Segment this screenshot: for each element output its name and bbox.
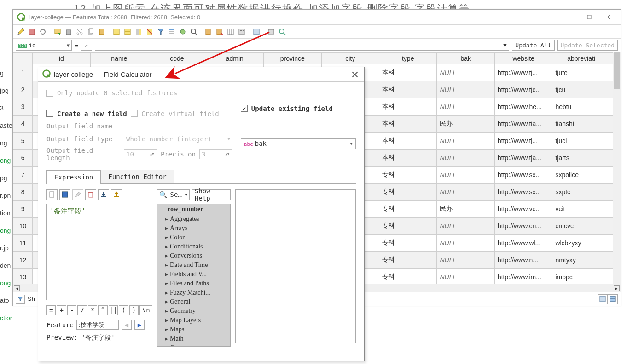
func-group[interactable]: ▶Conditionals [157, 242, 230, 251]
save-edits-icon[interactable] [27, 27, 37, 37]
update-all-button[interactable]: Update All [512, 40, 554, 51]
output-length-input: 10▲▼ [124, 149, 157, 159]
conditional-format-icon[interactable] [251, 27, 261, 37]
close-icon[interactable] [349, 69, 360, 80]
pan-to-sel-icon[interactable] [178, 27, 188, 37]
vertical-scrollbar[interactable] [613, 52, 621, 292]
chevron-down-icon: ▼ [350, 141, 353, 146]
func-group[interactable]: ▶Conversions [157, 251, 230, 260]
reload-icon[interactable] [38, 27, 48, 37]
func-group[interactable]: ▶Color [157, 233, 230, 242]
feature-select[interactable]: :技术学院 [76, 320, 119, 330]
func-row-number[interactable]: row_number [157, 204, 230, 214]
func-group[interactable]: ▶Date and Time [157, 260, 230, 270]
expression-dialog-button[interactable]: ε [81, 40, 92, 51]
function-search-input[interactable]: 🔍Se…▼ [157, 189, 190, 200]
add-feature-icon[interactable] [52, 27, 63, 37]
func-group[interactable]: ▶Maps [157, 325, 230, 334]
prev-feature-icon[interactable]: ◀ [122, 320, 132, 330]
edit-expr-icon [72, 189, 83, 200]
func-group[interactable]: ▶Geometry [157, 306, 230, 316]
delete-feature-icon[interactable] [64, 27, 74, 37]
col-code[interactable]: code [148, 53, 206, 64]
next-feature-icon[interactable]: ▶ [134, 320, 145, 330]
function-tree[interactable]: row_number ▶Aggregates▶Arrays▶Color▶Cond… [157, 204, 231, 347]
actions-icon[interactable] [266, 27, 276, 37]
quick-expression-input[interactable]: ▼ [95, 40, 509, 51]
select-all-icon[interactable] [122, 27, 133, 37]
func-group[interactable]: ▶Fuzzy Matchi... [157, 288, 230, 297]
col-id[interactable]: id [33, 53, 90, 64]
paste-icon[interactable] [97, 27, 107, 37]
new-field-icon[interactable] [203, 27, 214, 37]
col-province[interactable]: province [264, 53, 321, 64]
op-rparen[interactable]: ) [129, 305, 139, 315]
filter-funnel-icon[interactable] [16, 295, 25, 304]
table-view-icon[interactable] [608, 294, 618, 304]
scroll-right-icon[interactable]: ▶ [614, 285, 620, 291]
cut-icon[interactable] [75, 27, 85, 37]
col-abbreviati[interactable]: abbreviati [552, 53, 610, 64]
func-group[interactable]: ▶General [157, 297, 230, 306]
move-top-icon[interactable] [167, 27, 177, 37]
delete-expr-icon[interactable] [85, 189, 96, 200]
svg-rect-1 [22, 18, 25, 21]
minimize-button[interactable] [562, 10, 580, 24]
output-type-select: Whole number (integer)▼ [124, 134, 232, 144]
func-group[interactable]: ▶Operators [157, 343, 230, 347]
op-minus[interactable]: - [67, 305, 76, 315]
op-lparen[interactable]: ( [119, 305, 128, 315]
close-button[interactable] [598, 10, 617, 24]
maximize-button[interactable] [580, 10, 598, 24]
op-plus[interactable]: + [57, 305, 66, 315]
col-type[interactable]: type [379, 53, 436, 64]
svg-rect-14 [99, 29, 104, 35]
col-bak[interactable]: bak [437, 53, 494, 64]
zoom-to-sel-icon[interactable] [189, 27, 199, 37]
expression-editor[interactable]: '备注字段' [46, 204, 152, 300]
import-expr-icon[interactable] [98, 189, 109, 200]
chevron-down-icon: ▼ [67, 43, 70, 48]
show-help-button[interactable]: Show Help [192, 189, 231, 200]
op-pow[interactable]: ^ [98, 305, 107, 315]
select-by-expr-icon[interactable] [111, 27, 122, 37]
save-expr-icon[interactable] [59, 189, 70, 200]
op-newline[interactable]: \n [139, 305, 152, 315]
organize-columns-icon[interactable] [226, 27, 236, 37]
background-file-list: gjpg3 astengong pgr.pntion ongr.jpden on… [0, 64, 12, 327]
func-group[interactable]: ▶Aggregates [157, 214, 230, 224]
delete-field-icon[interactable] [215, 27, 225, 37]
existing-field-select[interactable]: abcbak ▼ [241, 138, 356, 149]
dock-icon[interactable] [277, 27, 287, 37]
tab-expression[interactable]: Expression [46, 170, 101, 184]
update-selected-button[interactable]: Update Selected [557, 40, 618, 51]
func-group[interactable]: ▶Files and Paths [157, 279, 230, 288]
svg-point-35 [240, 30, 241, 31]
col-admin[interactable]: admin [206, 53, 263, 64]
export-expr-icon[interactable] [111, 189, 122, 200]
copy-icon[interactable] [86, 27, 96, 37]
invert-sel-icon[interactable] [134, 27, 144, 37]
col-city[interactable]: city [321, 53, 379, 64]
col-name[interactable]: name [90, 53, 148, 64]
new-expr-icon[interactable] [46, 189, 58, 200]
field-select[interactable]: 123id ▼ [16, 40, 72, 51]
form-view-icon[interactable] [598, 294, 608, 304]
update-existing-field-checkbox[interactable]: ✔ Update existing field [241, 105, 333, 112]
func-group[interactable]: ▶Fields and V... [157, 270, 230, 279]
scroll-left-icon[interactable]: ◀ [14, 285, 20, 291]
op-div[interactable]: / [77, 305, 87, 315]
col-website[interactable]: website [494, 53, 552, 64]
func-group[interactable]: ▶Arrays [157, 224, 230, 233]
func-group[interactable]: ▶Map Layers [157, 316, 230, 325]
op-mul[interactable]: * [88, 305, 97, 315]
field-calc-icon[interactable] [237, 27, 247, 37]
func-group[interactable]: ▶Math [157, 334, 230, 343]
op-concat[interactable]: || [109, 305, 118, 315]
tab-function-editor[interactable]: Function Editor [100, 170, 174, 183]
op-eq[interactable]: = [46, 305, 56, 315]
toggle-edit-icon[interactable] [16, 27, 26, 37]
filter-icon[interactable] [156, 27, 166, 37]
deselect-icon[interactable] [145, 27, 155, 37]
create-new-field-checkbox[interactable]: Create a new field [46, 110, 127, 117]
